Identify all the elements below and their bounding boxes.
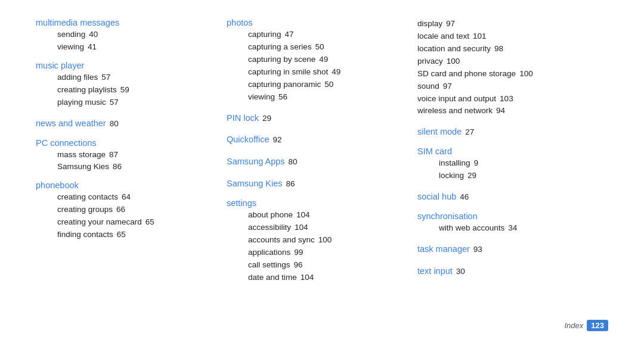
list-item: Samsung Kies86 bbox=[36, 161, 227, 173]
section-title: synchronisation bbox=[417, 211, 608, 221]
section-3-2: silent mode27 bbox=[417, 124, 608, 139]
list-item: creating groups66 bbox=[36, 204, 227, 216]
section-title: multimedia messages bbox=[36, 18, 227, 27]
list-item: applications99 bbox=[227, 247, 417, 259]
list-item: sound97 bbox=[417, 80, 608, 93]
section-2-2: PIN lock29 bbox=[227, 111, 417, 126]
footer-page-number: 123 bbox=[587, 320, 608, 331]
section-3-6: task manager93 bbox=[417, 242, 608, 257]
list-item: capturing47 bbox=[227, 29, 417, 41]
list-item: capturing panoramic50 bbox=[227, 79, 417, 91]
index-columns: multimedia messagessending40viewing41mus… bbox=[36, 18, 608, 315]
list-item: capturing a series50 bbox=[227, 41, 417, 54]
section-2-5: Samsung Kies86 bbox=[227, 176, 417, 191]
section-title: music player bbox=[36, 61, 227, 70]
list-item: locale and text101 bbox=[417, 30, 608, 43]
section-3-3: SIM cardinstalling9locking29 bbox=[417, 147, 608, 182]
list-item: wireless and network94 bbox=[417, 105, 608, 117]
footer: Index 123 bbox=[36, 320, 608, 331]
list-item: accounts and sync100 bbox=[227, 234, 417, 247]
list-item: capturing in smile shot49 bbox=[227, 66, 417, 79]
section-title: text input30 bbox=[417, 264, 608, 279]
list-item: viewing41 bbox=[36, 41, 227, 54]
list-item: creating playlists59 bbox=[36, 84, 227, 96]
section-title: Samsung Apps80 bbox=[227, 154, 417, 169]
section-1-1: multimedia messagessending40viewing41 bbox=[36, 18, 227, 54]
footer-index-label: Index bbox=[564, 321, 583, 330]
column-3: display97locale and text101location and … bbox=[417, 18, 608, 315]
section-title: photos bbox=[227, 18, 417, 27]
list-item: SD card and phone storage100 bbox=[417, 68, 608, 80]
list-item: viewing56 bbox=[227, 91, 417, 104]
list-item: finding contacts65 bbox=[36, 229, 227, 241]
section-title: Quickoffice92 bbox=[227, 132, 417, 147]
section-2-6: settingsabout phone104accessibility104ac… bbox=[227, 198, 417, 284]
section-2-4: Samsung Apps80 bbox=[227, 154, 417, 169]
section-title: SIM card bbox=[417, 147, 608, 156]
section-1-2: music playeradding files57creating playl… bbox=[36, 61, 227, 109]
list-item: mass storage87 bbox=[36, 149, 227, 161]
list-item: display97 bbox=[417, 18, 608, 30]
section-title: task manager93 bbox=[417, 242, 608, 257]
list-item: about phone104 bbox=[227, 209, 417, 222]
section-3-1: display97locale and text101location and … bbox=[417, 18, 608, 117]
list-item: date and time104 bbox=[227, 272, 417, 284]
section-2-3: Quickoffice92 bbox=[227, 132, 417, 147]
section-1-4: PC connectionsmass storage87Samsung Kies… bbox=[36, 138, 227, 174]
section-title: news and weather80 bbox=[36, 116, 227, 131]
column-1: multimedia messagessending40viewing41mus… bbox=[36, 18, 227, 315]
list-item: locking29 bbox=[417, 170, 608, 182]
list-item: call settings96 bbox=[227, 259, 417, 272]
list-item: with web accounts34 bbox=[417, 222, 608, 235]
list-item: location and security98 bbox=[417, 43, 608, 55]
section-title: social hub46 bbox=[417, 189, 608, 204]
section-title: settings bbox=[227, 198, 417, 208]
list-item: privacy100 bbox=[417, 55, 608, 68]
list-item: voice input and output103 bbox=[417, 93, 608, 105]
page: multimedia messagessending40viewing41mus… bbox=[0, 0, 644, 349]
list-item: installing9 bbox=[417, 157, 608, 170]
list-item: adding files57 bbox=[36, 71, 227, 84]
list-item: capturing by scene49 bbox=[227, 54, 417, 66]
column-2: photoscapturing47capturing a series50cap… bbox=[227, 18, 417, 315]
section-title: Samsung Kies86 bbox=[227, 176, 417, 191]
section-3-4: social hub46 bbox=[417, 189, 608, 204]
list-item: creating contacts64 bbox=[36, 191, 227, 204]
list-item: playing music57 bbox=[36, 96, 227, 109]
list-item: creating your namecard65 bbox=[36, 216, 227, 229]
list-item: accessibility104 bbox=[227, 222, 417, 234]
list-item: sending40 bbox=[36, 29, 227, 41]
section-1-3: news and weather80 bbox=[36, 116, 227, 131]
section-title: PC connections bbox=[36, 138, 227, 148]
section-title: PIN lock29 bbox=[227, 111, 417, 126]
section-3-5: synchronisationwith web accounts34 bbox=[417, 211, 608, 235]
section-2-1: photoscapturing47capturing a series50cap… bbox=[227, 18, 417, 104]
section-title: phonebook bbox=[36, 180, 227, 190]
section-3-7: text input30 bbox=[417, 264, 608, 279]
section-1-5: phonebookcreating contacts64creating gro… bbox=[36, 180, 227, 241]
section-title: silent mode27 bbox=[417, 124, 608, 139]
